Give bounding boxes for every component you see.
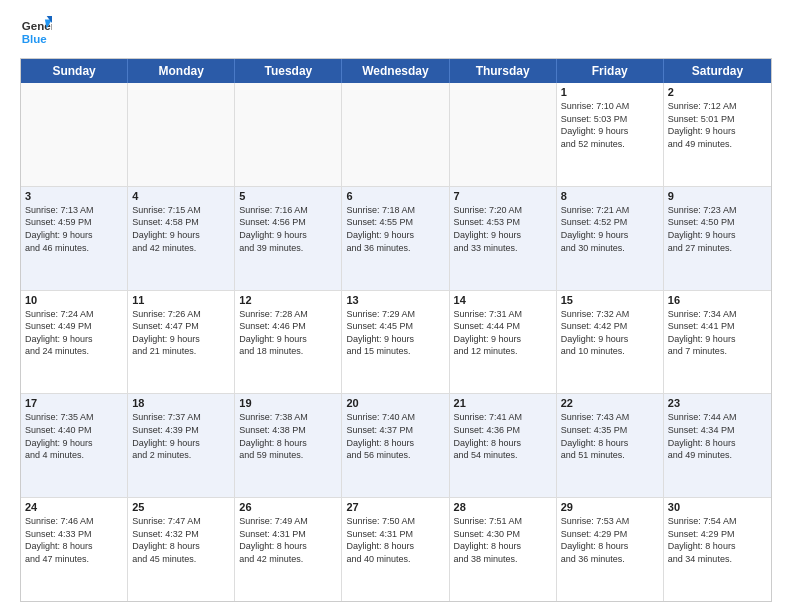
day-info: Sunrise: 7:10 AM Sunset: 5:03 PM Dayligh… bbox=[561, 100, 659, 150]
calendar-header: SundayMondayTuesdayWednesdayThursdayFrid… bbox=[21, 59, 771, 83]
empty-cell bbox=[342, 83, 449, 186]
day-number: 16 bbox=[668, 294, 767, 306]
logo-icon: General Blue bbox=[20, 16, 52, 48]
day-cell: 28Sunrise: 7:51 AM Sunset: 4:30 PM Dayli… bbox=[450, 498, 557, 601]
logo: General Blue bbox=[20, 16, 56, 48]
day-number: 25 bbox=[132, 501, 230, 513]
day-cell: 27Sunrise: 7:50 AM Sunset: 4:31 PM Dayli… bbox=[342, 498, 449, 601]
day-info: Sunrise: 7:29 AM Sunset: 4:45 PM Dayligh… bbox=[346, 308, 444, 358]
day-info: Sunrise: 7:34 AM Sunset: 4:41 PM Dayligh… bbox=[668, 308, 767, 358]
weekday-header: Tuesday bbox=[235, 59, 342, 83]
day-cell: 4Sunrise: 7:15 AM Sunset: 4:58 PM Daylig… bbox=[128, 187, 235, 290]
calendar-row: 24Sunrise: 7:46 AM Sunset: 4:33 PM Dayli… bbox=[21, 498, 771, 601]
day-info: Sunrise: 7:15 AM Sunset: 4:58 PM Dayligh… bbox=[132, 204, 230, 254]
day-info: Sunrise: 7:28 AM Sunset: 4:46 PM Dayligh… bbox=[239, 308, 337, 358]
day-cell: 3Sunrise: 7:13 AM Sunset: 4:59 PM Daylig… bbox=[21, 187, 128, 290]
day-cell: 24Sunrise: 7:46 AM Sunset: 4:33 PM Dayli… bbox=[21, 498, 128, 601]
calendar-row: 1Sunrise: 7:10 AM Sunset: 5:03 PM Daylig… bbox=[21, 83, 771, 187]
day-info: Sunrise: 7:21 AM Sunset: 4:52 PM Dayligh… bbox=[561, 204, 659, 254]
weekday-header: Monday bbox=[128, 59, 235, 83]
day-number: 18 bbox=[132, 397, 230, 409]
day-number: 6 bbox=[346, 190, 444, 202]
empty-cell bbox=[21, 83, 128, 186]
day-cell: 22Sunrise: 7:43 AM Sunset: 4:35 PM Dayli… bbox=[557, 394, 664, 497]
day-cell: 5Sunrise: 7:16 AM Sunset: 4:56 PM Daylig… bbox=[235, 187, 342, 290]
svg-text:Blue: Blue bbox=[22, 33, 48, 45]
empty-cell bbox=[450, 83, 557, 186]
day-number: 17 bbox=[25, 397, 123, 409]
day-info: Sunrise: 7:32 AM Sunset: 4:42 PM Dayligh… bbox=[561, 308, 659, 358]
empty-cell bbox=[128, 83, 235, 186]
weekday-header: Sunday bbox=[21, 59, 128, 83]
day-info: Sunrise: 7:53 AM Sunset: 4:29 PM Dayligh… bbox=[561, 515, 659, 565]
day-number: 14 bbox=[454, 294, 552, 306]
weekday-header: Friday bbox=[557, 59, 664, 83]
day-number: 13 bbox=[346, 294, 444, 306]
day-cell: 15Sunrise: 7:32 AM Sunset: 4:42 PM Dayli… bbox=[557, 291, 664, 394]
calendar-body: 1Sunrise: 7:10 AM Sunset: 5:03 PM Daylig… bbox=[21, 83, 771, 601]
day-cell: 10Sunrise: 7:24 AM Sunset: 4:49 PM Dayli… bbox=[21, 291, 128, 394]
day-info: Sunrise: 7:18 AM Sunset: 4:55 PM Dayligh… bbox=[346, 204, 444, 254]
calendar-row: 3Sunrise: 7:13 AM Sunset: 4:59 PM Daylig… bbox=[21, 187, 771, 291]
day-cell: 17Sunrise: 7:35 AM Sunset: 4:40 PM Dayli… bbox=[21, 394, 128, 497]
page: General Blue SundayMondayTuesdayWednesda… bbox=[0, 0, 792, 612]
day-info: Sunrise: 7:50 AM Sunset: 4:31 PM Dayligh… bbox=[346, 515, 444, 565]
day-number: 28 bbox=[454, 501, 552, 513]
day-info: Sunrise: 7:51 AM Sunset: 4:30 PM Dayligh… bbox=[454, 515, 552, 565]
calendar-row: 10Sunrise: 7:24 AM Sunset: 4:49 PM Dayli… bbox=[21, 291, 771, 395]
day-info: Sunrise: 7:13 AM Sunset: 4:59 PM Dayligh… bbox=[25, 204, 123, 254]
day-info: Sunrise: 7:12 AM Sunset: 5:01 PM Dayligh… bbox=[668, 100, 767, 150]
day-cell: 8Sunrise: 7:21 AM Sunset: 4:52 PM Daylig… bbox=[557, 187, 664, 290]
day-number: 1 bbox=[561, 86, 659, 98]
day-info: Sunrise: 7:47 AM Sunset: 4:32 PM Dayligh… bbox=[132, 515, 230, 565]
day-cell: 9Sunrise: 7:23 AM Sunset: 4:50 PM Daylig… bbox=[664, 187, 771, 290]
day-number: 3 bbox=[25, 190, 123, 202]
weekday-header: Thursday bbox=[450, 59, 557, 83]
day-info: Sunrise: 7:24 AM Sunset: 4:49 PM Dayligh… bbox=[25, 308, 123, 358]
day-number: 5 bbox=[239, 190, 337, 202]
day-cell: 12Sunrise: 7:28 AM Sunset: 4:46 PM Dayli… bbox=[235, 291, 342, 394]
day-cell: 13Sunrise: 7:29 AM Sunset: 4:45 PM Dayli… bbox=[342, 291, 449, 394]
day-cell: 29Sunrise: 7:53 AM Sunset: 4:29 PM Dayli… bbox=[557, 498, 664, 601]
day-cell: 20Sunrise: 7:40 AM Sunset: 4:37 PM Dayli… bbox=[342, 394, 449, 497]
day-number: 21 bbox=[454, 397, 552, 409]
day-cell: 6Sunrise: 7:18 AM Sunset: 4:55 PM Daylig… bbox=[342, 187, 449, 290]
day-number: 9 bbox=[668, 190, 767, 202]
day-number: 20 bbox=[346, 397, 444, 409]
weekday-header: Wednesday bbox=[342, 59, 449, 83]
day-number: 12 bbox=[239, 294, 337, 306]
day-cell: 25Sunrise: 7:47 AM Sunset: 4:32 PM Dayli… bbox=[128, 498, 235, 601]
day-number: 27 bbox=[346, 501, 444, 513]
day-info: Sunrise: 7:46 AM Sunset: 4:33 PM Dayligh… bbox=[25, 515, 123, 565]
day-number: 10 bbox=[25, 294, 123, 306]
day-info: Sunrise: 7:54 AM Sunset: 4:29 PM Dayligh… bbox=[668, 515, 767, 565]
day-number: 29 bbox=[561, 501, 659, 513]
day-cell: 16Sunrise: 7:34 AM Sunset: 4:41 PM Dayli… bbox=[664, 291, 771, 394]
day-info: Sunrise: 7:23 AM Sunset: 4:50 PM Dayligh… bbox=[668, 204, 767, 254]
day-number: 30 bbox=[668, 501, 767, 513]
day-number: 2 bbox=[668, 86, 767, 98]
day-number: 8 bbox=[561, 190, 659, 202]
day-number: 23 bbox=[668, 397, 767, 409]
day-cell: 14Sunrise: 7:31 AM Sunset: 4:44 PM Dayli… bbox=[450, 291, 557, 394]
day-info: Sunrise: 7:20 AM Sunset: 4:53 PM Dayligh… bbox=[454, 204, 552, 254]
day-cell: 19Sunrise: 7:38 AM Sunset: 4:38 PM Dayli… bbox=[235, 394, 342, 497]
day-info: Sunrise: 7:44 AM Sunset: 4:34 PM Dayligh… bbox=[668, 411, 767, 461]
day-info: Sunrise: 7:38 AM Sunset: 4:38 PM Dayligh… bbox=[239, 411, 337, 461]
day-number: 22 bbox=[561, 397, 659, 409]
day-cell: 23Sunrise: 7:44 AM Sunset: 4:34 PM Dayli… bbox=[664, 394, 771, 497]
day-number: 4 bbox=[132, 190, 230, 202]
day-number: 24 bbox=[25, 501, 123, 513]
day-info: Sunrise: 7:16 AM Sunset: 4:56 PM Dayligh… bbox=[239, 204, 337, 254]
day-cell: 1Sunrise: 7:10 AM Sunset: 5:03 PM Daylig… bbox=[557, 83, 664, 186]
day-info: Sunrise: 7:40 AM Sunset: 4:37 PM Dayligh… bbox=[346, 411, 444, 461]
day-cell: 7Sunrise: 7:20 AM Sunset: 4:53 PM Daylig… bbox=[450, 187, 557, 290]
day-number: 19 bbox=[239, 397, 337, 409]
calendar: SundayMondayTuesdayWednesdayThursdayFrid… bbox=[20, 58, 772, 602]
weekday-header: Saturday bbox=[664, 59, 771, 83]
header: General Blue bbox=[20, 16, 772, 48]
day-cell: 30Sunrise: 7:54 AM Sunset: 4:29 PM Dayli… bbox=[664, 498, 771, 601]
day-info: Sunrise: 7:41 AM Sunset: 4:36 PM Dayligh… bbox=[454, 411, 552, 461]
day-info: Sunrise: 7:49 AM Sunset: 4:31 PM Dayligh… bbox=[239, 515, 337, 565]
day-info: Sunrise: 7:35 AM Sunset: 4:40 PM Dayligh… bbox=[25, 411, 123, 461]
